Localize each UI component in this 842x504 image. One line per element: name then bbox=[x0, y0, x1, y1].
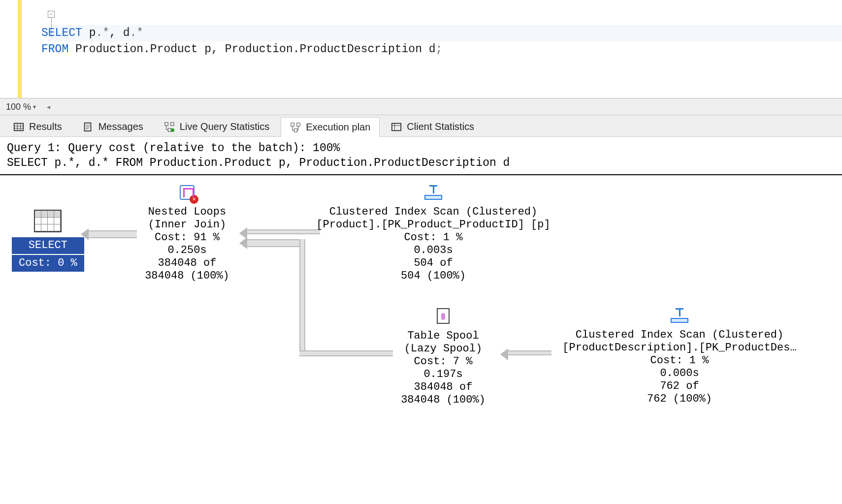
tab-results[interactable]: Results bbox=[4, 117, 71, 136]
query-sql-line: SELECT p.*, d.* FROM Production.Product … bbox=[7, 156, 835, 170]
node-title: SELECT bbox=[29, 239, 67, 252]
node-subtitle: (Lazy Spool) bbox=[389, 343, 497, 355]
zoom-dropdown[interactable]: 100 % ▾ bbox=[3, 101, 39, 113]
tab-execution-plan[interactable]: Execution plan bbox=[281, 117, 380, 137]
sql-text: Production.Product p, Production.Product… bbox=[68, 43, 435, 56]
node-subtitle: (Inner Join) bbox=[138, 219, 236, 231]
node-rows: 504 of bbox=[315, 257, 551, 270]
node-rows: 384048 of bbox=[389, 381, 497, 394]
plan-arrow bbox=[507, 350, 551, 355]
plan-arrow-vertical bbox=[299, 239, 305, 352]
zoom-bar: 100 % ▾ ◂ bbox=[0, 98, 842, 115]
tab-client-statistics[interactable]: Client Statistics bbox=[382, 117, 484, 136]
zoom-value: 100 % bbox=[6, 102, 31, 112]
node-rows: 762 of bbox=[551, 380, 808, 393]
plan-arrow bbox=[88, 230, 137, 238]
plan-header: Query 1: Query cost (relative to the bat… bbox=[0, 137, 842, 175]
tree-check-icon bbox=[164, 122, 175, 132]
result-tabs: Results Messages Live Query Statistics E… bbox=[0, 115, 842, 137]
current-line-highlight bbox=[47, 25, 842, 41]
node-time: 0.197s bbox=[389, 368, 497, 381]
select-result-icon bbox=[34, 210, 62, 232]
tab-label: Messages bbox=[98, 121, 143, 132]
sql-star: .* bbox=[96, 27, 109, 39]
plan-node-select[interactable]: SELECT Cost: 0 % bbox=[12, 210, 84, 272]
node-rows-total: 384048 (100%) bbox=[138, 270, 236, 283]
plan-node-table-spool[interactable]: Table Spool (Lazy Spool) Cost: 7 % 0.197… bbox=[389, 308, 497, 407]
sql-star: .* bbox=[130, 27, 143, 39]
keyword-from: FROM bbox=[41, 43, 68, 56]
index-scan-icon bbox=[423, 185, 443, 200]
query-cost-line: Query 1: Query cost (relative to the bat… bbox=[7, 141, 835, 156]
sql-text: , d bbox=[109, 27, 130, 39]
node-time: 0.003s bbox=[315, 244, 551, 257]
sql-terminator: ; bbox=[436, 43, 443, 56]
tab-messages[interactable]: Messages bbox=[73, 117, 153, 136]
chevron-down-icon: ▾ bbox=[33, 103, 36, 110]
svg-rect-9 bbox=[165, 122, 168, 125]
node-title: Table Spool bbox=[389, 330, 497, 343]
sql-editor[interactable]: − SELECT p.*, d.* FROM Production.Produc… bbox=[0, 0, 842, 98]
tab-label: Client Statistics bbox=[407, 121, 474, 132]
node-title: Clustered Index Scan (Clustered) bbox=[315, 206, 551, 219]
node-rows-total: 762 (100%) bbox=[551, 393, 808, 406]
grid-icon bbox=[13, 122, 24, 132]
node-rows-total: 504 (100%) bbox=[315, 270, 551, 283]
client-stats-icon bbox=[391, 122, 402, 132]
node-cost: Cost: 0 % bbox=[19, 257, 77, 269]
plan-node-nested-loops[interactable]: ✕ Nested Loops (Inner Join) Cost: 91 % 0… bbox=[138, 185, 236, 283]
tab-label: Execution plan bbox=[306, 122, 370, 133]
plan-arrow bbox=[246, 239, 305, 247]
svg-rect-16 bbox=[297, 123, 300, 126]
plan-arrow bbox=[299, 350, 393, 356]
node-cost: Cost: 1 % bbox=[551, 354, 808, 367]
plan-node-clustered-index-scan-product[interactable]: Clustered Index Scan (Clustered) [Produc… bbox=[315, 185, 551, 283]
tab-live-query-statistics[interactable]: Live Query Statistics bbox=[155, 117, 279, 136]
svg-rect-22 bbox=[392, 123, 401, 130]
nested-loops-icon: ✕ bbox=[180, 185, 194, 204]
node-cost: Cost: 1 % bbox=[315, 231, 551, 244]
plan-node-clustered-index-scan-productdescription[interactable]: Clustered Index Scan (Clustered) [Produc… bbox=[551, 308, 808, 406]
node-rows-total: 384048 (100%) bbox=[389, 394, 497, 407]
execution-plan-canvas[interactable]: SELECT Cost: 0 % ✕ Nested Loops (Inner J… bbox=[0, 175, 842, 471]
tab-label: Live Query Statistics bbox=[180, 121, 269, 132]
node-object: [Product].[PK_Product_ProductID] [p] bbox=[315, 219, 551, 231]
node-object: [ProductDescription].[PK_ProductDes… bbox=[551, 342, 808, 354]
plan-tree-icon bbox=[290, 122, 301, 133]
node-rows: 384048 of bbox=[138, 257, 236, 270]
node-title: Clustered Index Scan (Clustered) bbox=[551, 329, 808, 342]
table-spool-icon bbox=[437, 308, 450, 324]
tab-label: Results bbox=[29, 121, 62, 132]
node-cost: Cost: 91 % bbox=[138, 231, 236, 244]
node-title: Nested Loops bbox=[138, 206, 236, 219]
svg-point-14 bbox=[171, 128, 174, 131]
scroll-left-button[interactable]: ◂ bbox=[44, 102, 53, 111]
svg-rect-0 bbox=[14, 123, 23, 130]
svg-rect-10 bbox=[171, 122, 174, 125]
node-cost: Cost: 7 % bbox=[389, 355, 497, 368]
plan-arrow bbox=[246, 229, 320, 234]
editor-gutter bbox=[0, 0, 22, 98]
sql-text: p bbox=[82, 27, 96, 39]
svg-rect-11 bbox=[168, 128, 171, 131]
keyword-select: SELECT bbox=[41, 27, 82, 39]
document-icon bbox=[83, 122, 94, 132]
code-fold-toggle[interactable]: − bbox=[48, 11, 55, 18]
node-time: 0.250s bbox=[138, 244, 236, 257]
index-scan-icon bbox=[670, 308, 689, 323]
svg-rect-17 bbox=[294, 128, 297, 131]
node-time: 0.000s bbox=[551, 367, 808, 380]
svg-rect-15 bbox=[291, 123, 294, 126]
